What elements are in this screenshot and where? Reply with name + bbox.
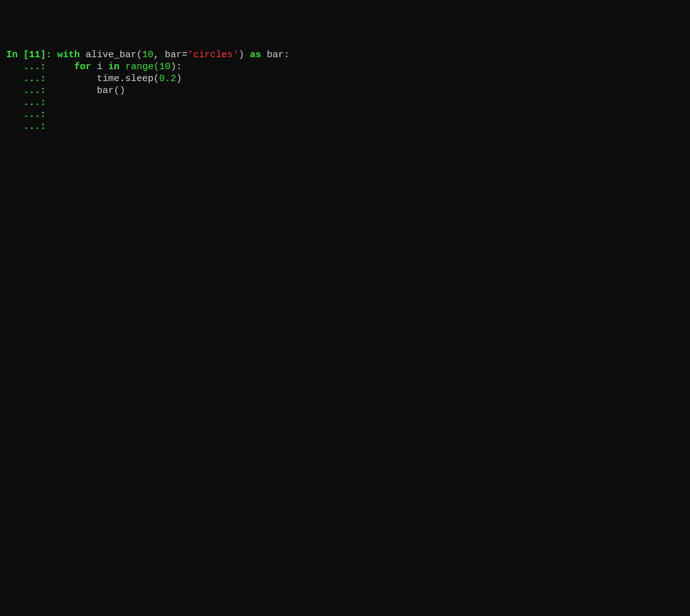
float-literal: 0.2: [159, 74, 176, 84]
indent: [52, 74, 97, 84]
space: [261, 50, 267, 60]
arg-sep: , bar=: [153, 50, 187, 60]
builtin-range: range(: [125, 62, 159, 72]
indent: [52, 62, 74, 72]
keyword-as: as: [250, 50, 261, 60]
close: ):: [170, 62, 182, 72]
space: [91, 62, 97, 72]
code-line-7: ...:: [6, 121, 684, 133]
continuation-prompt: ...:: [6, 97, 52, 108]
close-paren: ): [238, 50, 244, 60]
continuation-prompt: ...:: [6, 62, 52, 72]
function-call: alive_bar(: [86, 50, 142, 60]
variable-i: i: [97, 62, 103, 72]
continuation-prompt: ...:: [6, 109, 52, 120]
keyword-with: with: [57, 50, 80, 60]
close-paren: ): [176, 74, 182, 84]
code-line-1: In [11]: with alive_bar(10, bar='circles…: [6, 49, 684, 61]
code-line-4: ...: bar(): [6, 85, 684, 97]
variable: bar:: [267, 50, 289, 60]
space: [244, 50, 250, 60]
indent: [52, 85, 97, 96]
string-literal: 'circles': [187, 50, 238, 60]
code-line-3: ...: time.sleep(0.2): [6, 73, 684, 85]
method-call: time.sleep(: [97, 74, 159, 84]
function-call: bar(): [97, 85, 125, 96]
terminal-output[interactable]: In [11]: with alive_bar(10, bar='circles…: [6, 49, 684, 133]
code-line-6: ...:: [6, 109, 684, 121]
keyword-for: for: [74, 62, 91, 72]
keyword-in: in: [108, 62, 120, 72]
continuation-prompt: ...:: [6, 74, 52, 84]
prompt-in: In [: [6, 50, 29, 60]
code-line-5: ...:: [6, 97, 684, 109]
number-literal: 10: [159, 62, 170, 72]
space: [80, 50, 86, 60]
space: [103, 62, 108, 72]
space: [120, 62, 125, 72]
continuation-prompt: ...:: [6, 121, 52, 132]
number-literal: 10: [142, 50, 153, 60]
prompt-number: 11: [29, 50, 40, 60]
code-line-2: ...: for i in range(10):: [6, 61, 684, 73]
prompt-close: ]:: [40, 50, 57, 60]
continuation-prompt: ...:: [6, 85, 52, 96]
